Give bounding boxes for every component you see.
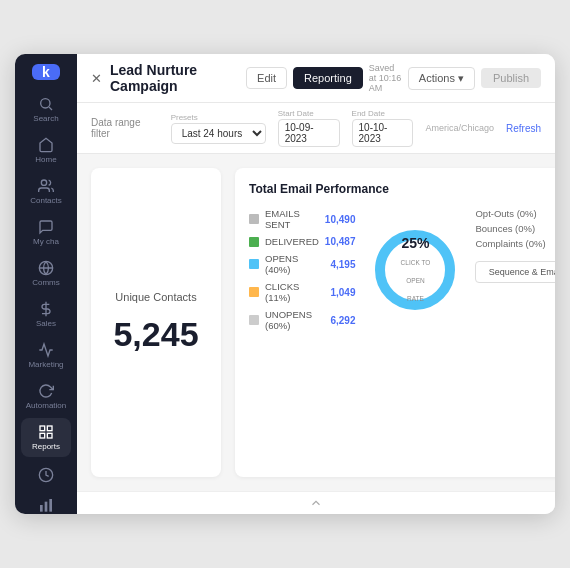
complaints-label: Complaints (0%)	[475, 238, 545, 249]
donut-chart-section: 25% CLICK TO OPENRATE	[365, 208, 465, 331]
unopens-label: UNOPENS (60%)	[265, 309, 324, 331]
sidebar-item-home[interactable]: Home	[21, 131, 71, 170]
unopens-value: 6,292	[330, 315, 355, 326]
edit-tab-button[interactable]: Edit	[246, 67, 287, 89]
opens-label: OPENS (40%)	[265, 253, 324, 275]
sidebar: k Search Home Contacts My cha Comms Sale…	[15, 54, 77, 514]
start-date-field: Start Date 10-09-2023	[278, 109, 340, 147]
sidebar-item-marketing[interactable]: Marketing	[21, 336, 71, 375]
end-date-value[interactable]: 10-10-2023	[352, 119, 414, 147]
unique-contacts-panel: Unique Contacts 5,245	[91, 168, 221, 477]
svg-rect-5	[40, 426, 45, 431]
delivered-value: 10,487	[325, 236, 356, 247]
stat-bounces: Bounces (0%) 1	[475, 223, 555, 234]
opens-value: 4,195	[330, 259, 355, 270]
opens-dot	[249, 259, 259, 269]
sidebar-item-contacts-label: Contacts	[30, 196, 62, 205]
filter-label: Data range filter	[91, 117, 159, 139]
donut-percent: 25%	[393, 235, 438, 251]
sidebar-item-automation-label: Automation	[26, 401, 66, 410]
sidebar-item-mycha-label: My cha	[33, 237, 59, 246]
opt-outs-label: Opt-Outs (0%)	[475, 208, 536, 219]
email-panel-body: EMAILS SENT 10,490 DELIVERED 10,487 OPEN…	[249, 208, 555, 331]
stat-opt-outs: Opt-Outs (0%) 2	[475, 208, 555, 219]
svg-rect-8	[40, 433, 45, 438]
svg-rect-6	[47, 426, 52, 431]
main-content: ✕ Lead Nurture Campaign Edit Reporting S…	[77, 54, 555, 514]
start-date-value[interactable]: 10-09-2023	[278, 119, 340, 147]
sidebar-item-home-label: Home	[35, 155, 56, 164]
sidebar-item-contacts[interactable]: Contacts	[21, 172, 71, 211]
clicks-dot	[249, 287, 259, 297]
emails-sent-label: EMAILS SENT	[265, 208, 319, 230]
metric-opens: OPENS (40%) 4,195	[249, 253, 355, 275]
donut-sublabel: CLICK TO OPENRATE	[401, 259, 431, 302]
svg-rect-11	[45, 502, 48, 512]
page-title: Lead Nurture Campaign	[110, 62, 246, 94]
chevron-down-icon: ▾	[458, 72, 464, 85]
sidebar-item-comms[interactable]: Comms	[21, 254, 71, 293]
emails-sent-value: 10,490	[325, 214, 356, 225]
dashboard: Unique Contacts 5,245 Total Email Perfor…	[77, 154, 555, 491]
delivered-dot	[249, 237, 259, 247]
metric-clicks: CLICKS (11%) 1,049	[249, 281, 355, 303]
svg-rect-10	[40, 505, 43, 512]
metric-unopens: UNOPENS (60%) 6,292	[249, 309, 355, 331]
sidebar-item-clock[interactable]	[21, 461, 71, 489]
sidebar-item-mycha[interactable]: My cha	[21, 213, 71, 252]
svg-rect-12	[49, 499, 52, 512]
saved-text: Saved at 10:16 AM	[369, 63, 402, 93]
unique-contacts-label: Unique Contacts	[115, 291, 196, 303]
topbar-actions: Edit Reporting Saved at 10:16 AM Actions…	[246, 63, 541, 93]
svg-line-1	[49, 107, 52, 110]
refresh-button[interactable]: Refresh	[506, 123, 541, 134]
timezone-label: America/Chicago	[425, 123, 494, 133]
sidebar-item-sales-label: Sales	[36, 319, 56, 328]
metric-emails-sent: EMAILS SENT 10,490	[249, 208, 355, 230]
sidebar-item-sales[interactable]: Sales	[21, 295, 71, 334]
topbar: ✕ Lead Nurture Campaign Edit Reporting S…	[77, 54, 555, 103]
reporting-tab-button[interactable]: Reporting	[293, 67, 363, 89]
metrics-list: EMAILS SENT 10,490 DELIVERED 10,487 OPEN…	[249, 208, 355, 331]
sidebar-logo[interactable]: k	[32, 64, 60, 80]
chevron-up-icon	[309, 496, 323, 510]
svg-rect-7	[47, 433, 52, 438]
sidebar-item-automation[interactable]: Automation	[21, 377, 71, 416]
sidebar-item-search[interactable]: Search	[21, 90, 71, 129]
emails-sent-dot	[249, 214, 259, 224]
topbar-left: ✕ Lead Nurture Campaign	[91, 62, 246, 94]
unopens-dot	[249, 315, 259, 325]
sequence-email-report-button[interactable]: Sequence & Email Report	[475, 261, 555, 283]
preset-label: Presets	[171, 113, 266, 122]
donut-chart: 25% CLICK TO OPENRATE	[370, 225, 460, 315]
email-panel-title: Total Email Performance	[249, 182, 555, 196]
sidebar-item-comms-label: Comms	[32, 278, 60, 287]
close-icon[interactable]: ✕	[91, 71, 102, 86]
collapse-handle[interactable]	[77, 491, 555, 514]
unique-contacts-count: 5,245	[113, 315, 198, 354]
bounces-label: Bounces (0%)	[475, 223, 535, 234]
svg-point-2	[41, 180, 46, 185]
sidebar-item-barchart[interactable]	[21, 491, 71, 514]
stat-complaints: Complaints (0%) 0	[475, 238, 555, 249]
clicks-value: 1,049	[330, 287, 355, 298]
end-date-field: End Date 10-10-2023	[352, 109, 414, 147]
donut-label: 25% CLICK TO OPENRATE	[393, 235, 438, 305]
clicks-label: CLICKS (11%)	[265, 281, 324, 303]
sidebar-item-marketing-label: Marketing	[28, 360, 63, 369]
sidebar-item-reports[interactable]: Reports	[21, 418, 71, 457]
sidebar-item-reports-label: Reports	[32, 442, 60, 451]
right-stats: Opt-Outs (0%) 2 Bounces (0%) 1 Complaint…	[475, 208, 555, 331]
screen-wrapper: k Search Home Contacts My cha Comms Sale…	[15, 54, 555, 514]
filter-bar: Data range filter Presets Last 24 hours …	[77, 103, 555, 154]
metric-delivered: DELIVERED 10,487	[249, 236, 355, 247]
actions-button[interactable]: Actions ▾	[408, 67, 475, 90]
sidebar-item-search-label: Search	[33, 114, 58, 123]
publish-button[interactable]: Publish	[481, 68, 541, 88]
email-performance-panel: Total Email Performance EMAILS SENT 10,4…	[235, 168, 555, 477]
delivered-label: DELIVERED	[265, 236, 319, 247]
svg-point-0	[41, 99, 50, 108]
preset-select[interactable]: Last 24 hours	[171, 123, 266, 144]
